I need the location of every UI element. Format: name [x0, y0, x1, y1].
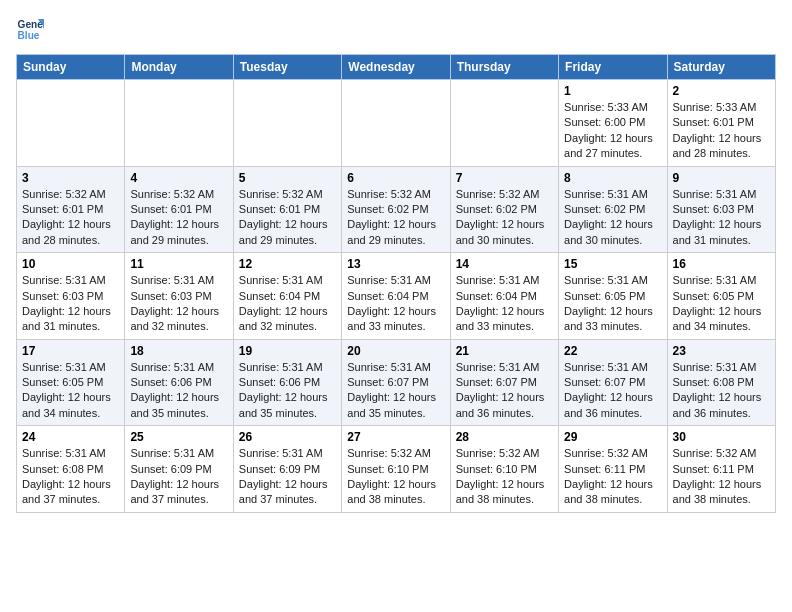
day-number: 4	[130, 171, 227, 185]
day-info: Sunrise: 5:31 AM Sunset: 6:05 PM Dayligh…	[564, 273, 661, 335]
day-number: 27	[347, 430, 444, 444]
calendar-cell: 8Sunrise: 5:31 AM Sunset: 6:02 PM Daylig…	[559, 166, 667, 253]
calendar-cell: 4Sunrise: 5:32 AM Sunset: 6:01 PM Daylig…	[125, 166, 233, 253]
calendar-cell: 1Sunrise: 5:33 AM Sunset: 6:00 PM Daylig…	[559, 80, 667, 167]
calendar-cell: 10Sunrise: 5:31 AM Sunset: 6:03 PM Dayli…	[17, 253, 125, 340]
day-number: 26	[239, 430, 336, 444]
calendar-cell: 12Sunrise: 5:31 AM Sunset: 6:04 PM Dayli…	[233, 253, 341, 340]
calendar-cell: 3Sunrise: 5:32 AM Sunset: 6:01 PM Daylig…	[17, 166, 125, 253]
weekday-header: Saturday	[667, 55, 775, 80]
day-info: Sunrise: 5:31 AM Sunset: 6:03 PM Dayligh…	[673, 187, 770, 249]
day-number: 7	[456, 171, 553, 185]
calendar-cell: 13Sunrise: 5:31 AM Sunset: 6:04 PM Dayli…	[342, 253, 450, 340]
day-info: Sunrise: 5:32 AM Sunset: 6:11 PM Dayligh…	[564, 446, 661, 508]
calendar-cell: 26Sunrise: 5:31 AM Sunset: 6:09 PM Dayli…	[233, 426, 341, 513]
day-number: 11	[130, 257, 227, 271]
day-number: 23	[673, 344, 770, 358]
day-info: Sunrise: 5:32 AM Sunset: 6:01 PM Dayligh…	[239, 187, 336, 249]
day-info: Sunrise: 5:32 AM Sunset: 6:10 PM Dayligh…	[456, 446, 553, 508]
day-info: Sunrise: 5:31 AM Sunset: 6:05 PM Dayligh…	[673, 273, 770, 335]
day-info: Sunrise: 5:32 AM Sunset: 6:02 PM Dayligh…	[456, 187, 553, 249]
day-number: 20	[347, 344, 444, 358]
calendar-cell: 9Sunrise: 5:31 AM Sunset: 6:03 PM Daylig…	[667, 166, 775, 253]
calendar-cell: 11Sunrise: 5:31 AM Sunset: 6:03 PM Dayli…	[125, 253, 233, 340]
logo: General Blue	[16, 16, 48, 44]
calendar-table: SundayMondayTuesdayWednesdayThursdayFrid…	[16, 54, 776, 513]
calendar-cell	[17, 80, 125, 167]
weekday-header: Thursday	[450, 55, 558, 80]
day-number: 13	[347, 257, 444, 271]
day-info: Sunrise: 5:33 AM Sunset: 6:00 PM Dayligh…	[564, 100, 661, 162]
day-number: 21	[456, 344, 553, 358]
day-number: 16	[673, 257, 770, 271]
day-info: Sunrise: 5:31 AM Sunset: 6:05 PM Dayligh…	[22, 360, 119, 422]
calendar-week-row: 10Sunrise: 5:31 AM Sunset: 6:03 PM Dayli…	[17, 253, 776, 340]
calendar-cell: 22Sunrise: 5:31 AM Sunset: 6:07 PM Dayli…	[559, 339, 667, 426]
day-number: 19	[239, 344, 336, 358]
day-info: Sunrise: 5:32 AM Sunset: 6:11 PM Dayligh…	[673, 446, 770, 508]
day-info: Sunrise: 5:32 AM Sunset: 6:10 PM Dayligh…	[347, 446, 444, 508]
calendar-cell: 14Sunrise: 5:31 AM Sunset: 6:04 PM Dayli…	[450, 253, 558, 340]
day-number: 9	[673, 171, 770, 185]
day-info: Sunrise: 5:31 AM Sunset: 6:04 PM Dayligh…	[347, 273, 444, 335]
calendar-week-row: 17Sunrise: 5:31 AM Sunset: 6:05 PM Dayli…	[17, 339, 776, 426]
day-info: Sunrise: 5:31 AM Sunset: 6:06 PM Dayligh…	[239, 360, 336, 422]
calendar-cell: 16Sunrise: 5:31 AM Sunset: 6:05 PM Dayli…	[667, 253, 775, 340]
calendar-header-row: SundayMondayTuesdayWednesdayThursdayFrid…	[17, 55, 776, 80]
calendar-cell: 24Sunrise: 5:31 AM Sunset: 6:08 PM Dayli…	[17, 426, 125, 513]
calendar-cell: 25Sunrise: 5:31 AM Sunset: 6:09 PM Dayli…	[125, 426, 233, 513]
day-number: 10	[22, 257, 119, 271]
day-number: 28	[456, 430, 553, 444]
day-number: 3	[22, 171, 119, 185]
day-info: Sunrise: 5:31 AM Sunset: 6:03 PM Dayligh…	[130, 273, 227, 335]
calendar-cell: 21Sunrise: 5:31 AM Sunset: 6:07 PM Dayli…	[450, 339, 558, 426]
weekday-header: Monday	[125, 55, 233, 80]
day-number: 29	[564, 430, 661, 444]
day-number: 30	[673, 430, 770, 444]
calendar-cell	[233, 80, 341, 167]
calendar-cell: 7Sunrise: 5:32 AM Sunset: 6:02 PM Daylig…	[450, 166, 558, 253]
day-number: 14	[456, 257, 553, 271]
calendar-cell: 23Sunrise: 5:31 AM Sunset: 6:08 PM Dayli…	[667, 339, 775, 426]
day-info: Sunrise: 5:31 AM Sunset: 6:04 PM Dayligh…	[239, 273, 336, 335]
calendar-cell	[450, 80, 558, 167]
weekday-header: Wednesday	[342, 55, 450, 80]
calendar-week-row: 3Sunrise: 5:32 AM Sunset: 6:01 PM Daylig…	[17, 166, 776, 253]
day-number: 1	[564, 84, 661, 98]
calendar-cell	[125, 80, 233, 167]
day-number: 17	[22, 344, 119, 358]
calendar-cell: 27Sunrise: 5:32 AM Sunset: 6:10 PM Dayli…	[342, 426, 450, 513]
weekday-header: Tuesday	[233, 55, 341, 80]
day-info: Sunrise: 5:31 AM Sunset: 6:07 PM Dayligh…	[564, 360, 661, 422]
calendar-cell: 30Sunrise: 5:32 AM Sunset: 6:11 PM Dayli…	[667, 426, 775, 513]
calendar-cell: 15Sunrise: 5:31 AM Sunset: 6:05 PM Dayli…	[559, 253, 667, 340]
calendar-week-row: 1Sunrise: 5:33 AM Sunset: 6:00 PM Daylig…	[17, 80, 776, 167]
logo-icon: General Blue	[16, 16, 44, 44]
day-number: 22	[564, 344, 661, 358]
day-info: Sunrise: 5:31 AM Sunset: 6:07 PM Dayligh…	[347, 360, 444, 422]
calendar-cell: 18Sunrise: 5:31 AM Sunset: 6:06 PM Dayli…	[125, 339, 233, 426]
calendar-cell: 5Sunrise: 5:32 AM Sunset: 6:01 PM Daylig…	[233, 166, 341, 253]
day-number: 8	[564, 171, 661, 185]
day-number: 12	[239, 257, 336, 271]
day-info: Sunrise: 5:31 AM Sunset: 6:02 PM Dayligh…	[564, 187, 661, 249]
calendar-cell: 28Sunrise: 5:32 AM Sunset: 6:10 PM Dayli…	[450, 426, 558, 513]
day-info: Sunrise: 5:32 AM Sunset: 6:01 PM Dayligh…	[130, 187, 227, 249]
day-info: Sunrise: 5:31 AM Sunset: 6:03 PM Dayligh…	[22, 273, 119, 335]
page-header: General Blue	[16, 16, 776, 44]
day-info: Sunrise: 5:33 AM Sunset: 6:01 PM Dayligh…	[673, 100, 770, 162]
day-info: Sunrise: 5:32 AM Sunset: 6:01 PM Dayligh…	[22, 187, 119, 249]
day-info: Sunrise: 5:31 AM Sunset: 6:08 PM Dayligh…	[673, 360, 770, 422]
day-number: 2	[673, 84, 770, 98]
day-number: 24	[22, 430, 119, 444]
calendar-cell: 17Sunrise: 5:31 AM Sunset: 6:05 PM Dayli…	[17, 339, 125, 426]
calendar-cell: 6Sunrise: 5:32 AM Sunset: 6:02 PM Daylig…	[342, 166, 450, 253]
calendar-cell: 29Sunrise: 5:32 AM Sunset: 6:11 PM Dayli…	[559, 426, 667, 513]
day-info: Sunrise: 5:31 AM Sunset: 6:07 PM Dayligh…	[456, 360, 553, 422]
svg-text:Blue: Blue	[18, 30, 40, 41]
day-info: Sunrise: 5:31 AM Sunset: 6:04 PM Dayligh…	[456, 273, 553, 335]
day-info: Sunrise: 5:31 AM Sunset: 6:06 PM Dayligh…	[130, 360, 227, 422]
day-number: 5	[239, 171, 336, 185]
day-number: 25	[130, 430, 227, 444]
weekday-header: Sunday	[17, 55, 125, 80]
